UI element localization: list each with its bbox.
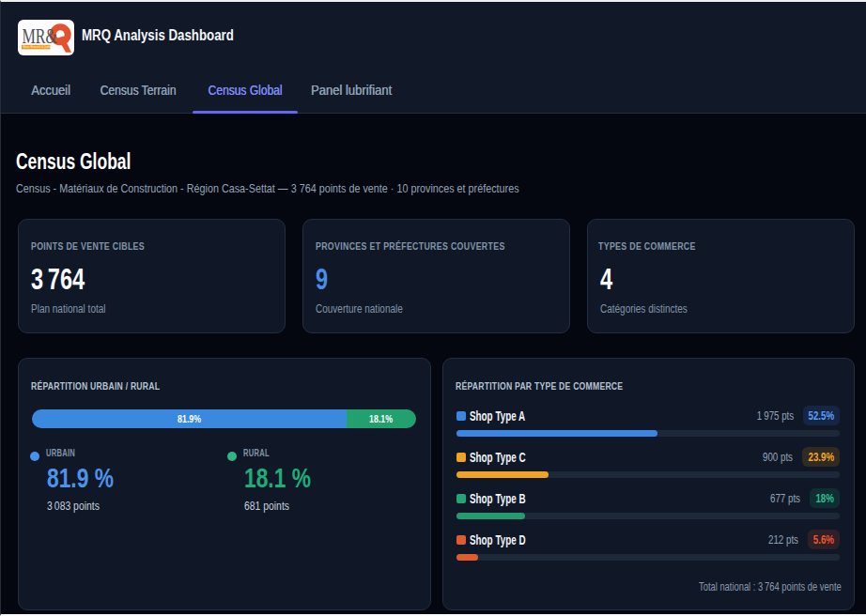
svg-text:MR&: MR& [23, 23, 58, 48]
svg-text:Maroc Research & Quality: Maroc Research & Quality [23, 45, 53, 49]
